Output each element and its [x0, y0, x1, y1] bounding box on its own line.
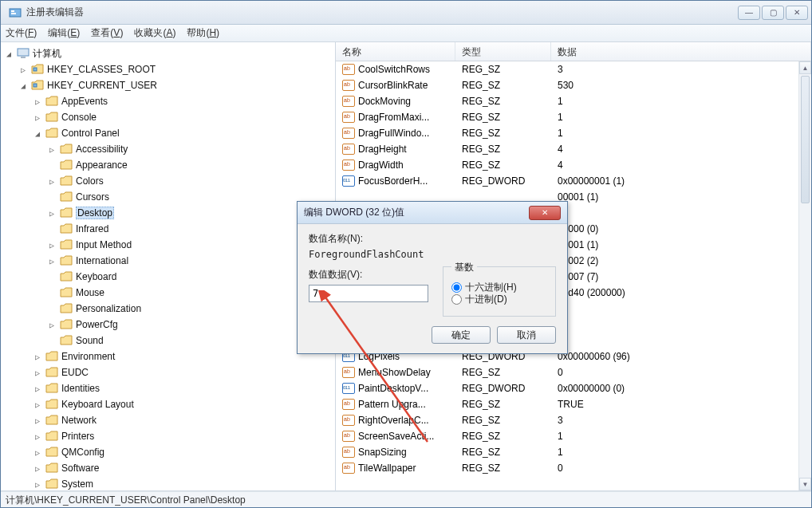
- titlebar[interactable]: 注册表编辑器 — ▢ ✕: [1, 1, 811, 25]
- tree-item[interactable]: Personalization: [1, 301, 335, 317]
- list-row[interactable]: DragFullWindo...REG_SZ1: [336, 125, 811, 141]
- expand-icon[interactable]: ▷: [33, 464, 42, 473]
- expand-icon[interactable]: ▷: [33, 400, 42, 409]
- dialog-close-button[interactable]: ✕: [529, 206, 561, 220]
- folder-icon: [60, 319, 73, 330]
- tree-item[interactable]: ▷Accessibility: [1, 141, 335, 157]
- expand-icon[interactable]: ▷: [18, 65, 28, 74]
- list-row[interactable]: DockMovingREG_SZ1: [336, 93, 811, 109]
- tree-item[interactable]: ▷Identities: [1, 380, 335, 396]
- expand-icon[interactable]: ▷: [33, 113, 42, 122]
- expand-icon[interactable]: ▷: [47, 257, 57, 266]
- list-row[interactable]: CursorBlinkRateREG_SZ530: [336, 77, 811, 93]
- list-row[interactable]: PaintDesktopV...REG_DWORD0x00000000 (0): [336, 380, 811, 396]
- tree-item[interactable]: ▷EUDC: [1, 364, 335, 380]
- radio-dec-row[interactable]: 十进制(D): [451, 293, 547, 306]
- tree-item[interactable]: Infrared: [1, 221, 335, 237]
- expand-icon[interactable]: ◢: [18, 81, 28, 90]
- menu-a[interactable]: 收藏夹(A): [134, 26, 175, 40]
- expand-icon[interactable]: ▷: [33, 416, 42, 425]
- list-row[interactable]: SnapSizingREG_SZ1: [336, 444, 811, 460]
- expand-icon[interactable]: ▷: [47, 145, 57, 154]
- menu-h[interactable]: 帮助(H): [187, 26, 219, 40]
- expand-icon[interactable]: ▷: [47, 321, 57, 329]
- tree-item[interactable]: ▷System: [1, 476, 335, 490]
- menu-e[interactable]: 编辑(E): [48, 26, 80, 40]
- cancel-button[interactable]: 取消: [497, 326, 556, 344]
- minimize-button[interactable]: —: [738, 6, 760, 20]
- svg-rect-3: [18, 49, 29, 56]
- tree-item[interactable]: ▷Keyboard Layout: [1, 396, 335, 412]
- tree-label: PowerCfg: [76, 319, 118, 330]
- menu-f[interactable]: 文件(F): [6, 26, 37, 40]
- tree-item[interactable]: ▷Network: [1, 412, 335, 428]
- expand-icon[interactable]: ◢: [33, 129, 42, 138]
- tree-item[interactable]: ◢计算机: [1, 45, 335, 61]
- scroll-up-icon[interactable]: ▲: [799, 61, 811, 74]
- tree-item[interactable]: Keyboard: [1, 269, 335, 285]
- tree-item[interactable]: ▷International: [1, 253, 335, 269]
- expand-icon[interactable]: ▷: [47, 209, 57, 218]
- menu-v[interactable]: 查看(V): [91, 26, 123, 40]
- value-data-input[interactable]: [309, 285, 428, 302]
- expand-icon[interactable]: ▷: [47, 241, 57, 250]
- list-row[interactable]: DragHeightREG_SZ4: [336, 141, 811, 157]
- expand-icon[interactable]: ▷: [33, 352, 42, 361]
- tree-item[interactable]: ◢Control Panel: [1, 125, 335, 141]
- tree-item[interactable]: ▷Desktop: [1, 205, 335, 221]
- close-button[interactable]: ✕: [786, 6, 808, 20]
- tree-item[interactable]: ▷HKEY_CLASSES_ROOT: [1, 61, 335, 77]
- radio-dec[interactable]: [451, 294, 462, 305]
- expand-icon[interactable]: ▷: [33, 97, 42, 106]
- tree-item[interactable]: ▷Software: [1, 460, 335, 476]
- expand-icon[interactable]: ▷: [33, 480, 42, 489]
- column-name[interactable]: 名称: [336, 42, 455, 61]
- string-icon: [342, 447, 355, 458]
- list-row[interactable]: FocusBorderH...REG_DWORD0x00000001 (1): [336, 173, 811, 189]
- tree-item[interactable]: ▷QMConfig: [1, 444, 335, 460]
- cell-data: 00001 (1): [551, 239, 811, 250]
- folder-icon: [60, 303, 73, 314]
- expand-icon[interactable]: ◢: [4, 49, 14, 58]
- list-row[interactable]: Pattern Upgra...REG_SZTRUE: [336, 396, 811, 412]
- tree-item[interactable]: ▷Colors: [1, 173, 335, 189]
- tree-label: EUDC: [61, 367, 89, 378]
- tree-item[interactable]: Appearance: [1, 157, 335, 173]
- list-row[interactable]: DragFromMaxi...REG_SZ1: [336, 109, 811, 125]
- tree-item[interactable]: ▷Printers: [1, 428, 335, 444]
- ok-button[interactable]: 确定: [432, 326, 491, 344]
- expand-icon[interactable]: ▷: [33, 448, 42, 457]
- expand-icon[interactable]: ▷: [33, 384, 42, 393]
- list-row[interactable]: DragWidthREG_SZ4: [336, 157, 811, 173]
- expand-icon[interactable]: ▷: [33, 368, 42, 377]
- dialog-titlebar[interactable]: 编辑 DWORD (32 位)值 ✕: [298, 202, 567, 224]
- list-row[interactable]: RightOverlapC...REG_SZ3: [336, 412, 811, 428]
- list-row[interactable]: MenuShowDelayREG_SZ0: [336, 364, 811, 380]
- column-data[interactable]: 数据: [551, 42, 811, 61]
- list-row[interactable]: TileWallpaperREG_SZ0: [336, 460, 811, 476]
- tree-item[interactable]: ▷Console: [1, 109, 335, 125]
- cell-type: REG_SZ: [455, 431, 551, 442]
- expand-icon[interactable]: ▷: [47, 177, 57, 186]
- tree-item[interactable]: ▷AppEvents: [1, 93, 335, 109]
- tree-item[interactable]: ▷Input Method: [1, 237, 335, 253]
- radio-hex[interactable]: [451, 282, 462, 293]
- tree-pane[interactable]: ◢计算机▷HKEY_CLASSES_ROOT◢HKEY_CURRENT_USER…: [1, 42, 336, 490]
- list-row[interactable]: CoolSwitchRowsREG_SZ3: [336, 61, 811, 77]
- vertical-scrollbar[interactable]: ▲ ▼: [798, 61, 811, 490]
- tree-item[interactable]: Cursors: [1, 189, 335, 205]
- tree-item[interactable]: ▷Environment: [1, 349, 335, 364]
- tree-item[interactable]: Mouse: [1, 285, 335, 301]
- scroll-thumb[interactable]: [801, 76, 810, 203]
- tree-item[interactable]: ◢HKEY_CURRENT_USER: [1, 77, 335, 93]
- expand-icon[interactable]: ▷: [33, 432, 42, 441]
- tree-label: Cursors: [76, 191, 109, 203]
- folder-icon: [60, 287, 73, 298]
- cell-name: DockMoving: [336, 96, 455, 107]
- maximize-button[interactable]: ▢: [762, 6, 784, 20]
- column-type[interactable]: 类型: [455, 42, 551, 61]
- tree-item[interactable]: ▷PowerCfg: [1, 317, 335, 333]
- list-row[interactable]: ScreenSaveActi...REG_SZ1: [336, 428, 811, 444]
- tree-item[interactable]: Sound: [1, 333, 335, 349]
- scroll-down-icon[interactable]: ▼: [799, 478, 811, 490]
